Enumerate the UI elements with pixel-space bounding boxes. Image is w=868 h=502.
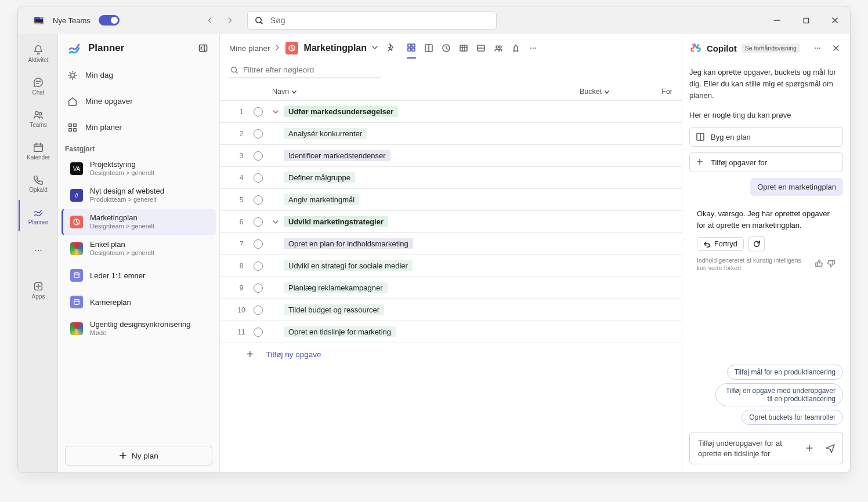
task-row[interactable]: 11Opret en tidslinje for marketing [220,321,682,343]
task-group-row[interactable]: 1Udfør markedsundersøgelser [220,100,682,122]
followup-chip[interactable]: Opret buckets for teamroller [742,410,843,425]
complete-toggle[interactable] [254,107,272,117]
sidebar-plan-item[interactable]: Leder 1:1 emner [62,262,216,289]
copilot-transcript[interactable]: Jeg kan oprette opgaver, buckets og mål … [682,62,850,426]
regenerate-button[interactable] [748,236,765,252]
view-grid[interactable] [407,38,416,59]
maximize-button[interactable] [793,12,819,29]
col-for[interactable]: For [649,88,672,96]
rail-calls[interactable]: Opkald [19,168,57,199]
plan-badge: // [70,189,83,202]
nav-back-button[interactable] [203,13,217,27]
view-schedule[interactable] [442,38,451,59]
undo-button[interactable]: Fortryd [697,237,744,251]
complete-toggle[interactable] [254,151,272,161]
rail-label: Opkald [29,187,48,193]
main-content: Mine planer Marketingplan [220,34,682,472]
svg-rect-3 [34,23,40,24]
sidebar-myday[interactable]: Min dag [58,62,219,88]
attach-button[interactable] [801,439,818,457]
new-plan-button[interactable]: Ny plan [65,446,212,465]
sidebar-plan-item[interactable]: VAProjektstyringDesignteam > generelt [62,155,216,182]
filter-input[interactable]: Filtrer efter nøgleord [229,62,381,78]
task-label: Definer målgruppe [284,172,355,183]
window-controls [764,12,848,29]
row-number: 6 [229,218,254,226]
pin-button[interactable] [386,43,395,54]
copilot-header: Copilot Se forhåndsvisning [682,34,850,62]
collapse-toggle[interactable] [272,108,284,115]
complete-toggle[interactable] [254,305,272,315]
global-search[interactable] [247,11,497,30]
copilot-more-button[interactable] [811,41,824,55]
plan-title-menu[interactable] [371,43,378,53]
sidebar-mytasks[interactable]: Mine opgaver [58,88,219,114]
task-row[interactable]: 4Definer målgruppe [220,166,682,188]
complete-toggle[interactable] [254,328,272,337]
copilot-suggestion[interactable]: Byg en plan [689,127,843,147]
followup-chip[interactable]: Tilføj en opgave med underopgaver til en… [715,383,843,406]
task-row[interactable]: 10Tildel budget og ressourcer [220,299,682,321]
complete-toggle[interactable] [254,129,272,139]
rail-apps[interactable]: Apps [19,274,57,305]
task-row[interactable]: 3Identificer markedstendenser [220,144,682,166]
sidebar-item-label: Min planer [85,123,122,132]
complete-toggle[interactable] [254,217,272,227]
rail-calendar[interactable]: Kalender [19,135,57,166]
task-label: Identificer markedstendenser [284,150,390,161]
copilot-input[interactable] [697,437,797,459]
copilot-close-button[interactable] [829,41,843,55]
breadcrumb-root[interactable]: Mine planer [229,44,270,53]
task-row[interactable]: 2Analysér konkurrenter [220,122,682,144]
sidebar-plan-item[interactable]: Ugentlig designsynkroniseringMøde [62,315,216,342]
view-charts[interactable] [476,38,486,59]
followup-chip[interactable]: Tilføj mål for en produktlancering [727,365,843,380]
sidebar-plan-item[interactable]: Enkel planDesignteam > generelt [62,235,216,262]
thumbs-up-button[interactable] [815,259,823,270]
svg-rect-27 [412,48,415,51]
sidebar-plan-item[interactable]: Karriereplan [62,289,216,315]
add-task-row[interactable]: + Tilføj ny opgave [220,343,682,366]
collapse-toggle[interactable] [272,219,284,225]
sidebar-plan-list: VAProjektstyringDesignteam > generelt//N… [58,155,219,342]
view-timeline[interactable] [459,38,468,59]
task-row[interactable]: 5Angiv marketingmål [220,188,682,210]
plan-badge [70,216,83,228]
rail-more[interactable] [19,235,57,266]
task-group-row[interactable]: 6Udvikl marketingstrategier [220,210,682,232]
thumbs-down-button[interactable] [827,259,836,270]
rail-chat[interactable]: Chat [19,70,57,101]
rail-activity[interactable]: Aktivitet [19,38,57,69]
complete-toggle[interactable] [254,173,272,183]
task-label: Tildel budget og ressourcer [284,304,384,315]
rail-teams[interactable]: Teams [19,103,57,134]
col-name[interactable]: Navn [272,88,580,96]
plan-sub: Designteam > generelt [90,169,154,177]
complete-toggle[interactable] [254,195,272,205]
sidebar-plan-item[interactable]: //Nyt design af webstedProduktteam > gen… [62,182,216,209]
col-bucket[interactable]: Bucket [580,88,649,96]
sidebar-plan-item[interactable]: MarketingplanDesignteam > generelt [62,209,216,235]
view-board[interactable] [424,38,433,59]
view-goals[interactable] [511,38,520,59]
send-button[interactable] [822,439,839,457]
minimize-button[interactable] [764,12,790,29]
task-row[interactable]: 7Opret en plan for indholdsmarketing [220,232,682,254]
complete-toggle[interactable] [254,283,272,293]
sidebar-myplans[interactable]: Min planer [58,114,219,140]
complete-toggle[interactable] [254,239,272,249]
rail-planner[interactable]: Planner [19,200,57,231]
close-button[interactable] [822,12,848,29]
rail-label: Teams [30,122,46,128]
toolbar-more[interactable] [529,38,538,59]
copilot-suggestion[interactable]: Tilføj opgaver for [689,152,843,172]
sidebar-collapse-button[interactable] [196,41,210,55]
planner-icon [32,206,44,218]
new-teams-toggle[interactable] [99,15,120,26]
nav-forward-button[interactable] [223,13,237,27]
task-row[interactable]: 8Udvikl en strategi for sociale medier [220,254,682,277]
task-row[interactable]: 9Planlæg reklamekampagner [220,277,682,299]
complete-toggle[interactable] [254,261,272,271]
view-people[interactable] [494,38,503,59]
search-input[interactable] [269,15,489,26]
